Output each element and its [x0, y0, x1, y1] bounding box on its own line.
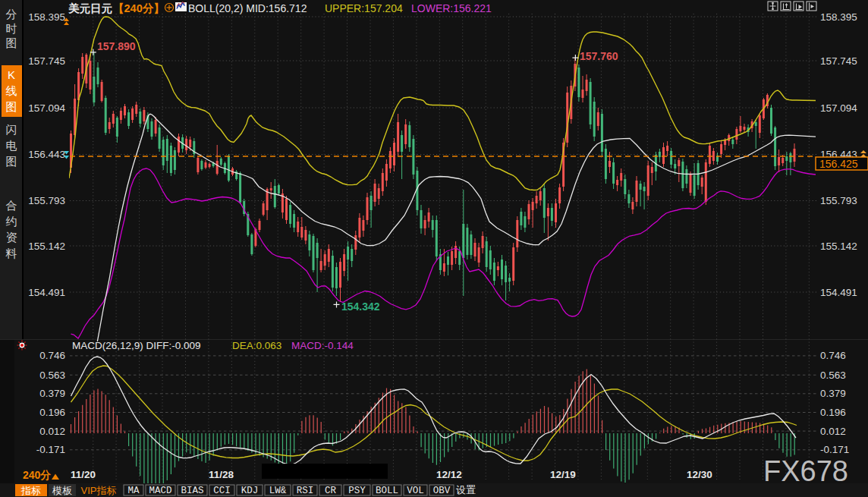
- svg-text:MA: MA: [127, 486, 140, 496]
- svg-text:MACD(26,12,9) DIFF:-0.009: MACD(26,12,9) DIFF:-0.009: [72, 340, 201, 351]
- svg-text:RSI: RSI: [297, 486, 314, 496]
- svg-text:电: 电: [6, 139, 17, 152]
- svg-text:158.395: 158.395: [28, 11, 65, 23]
- svg-text:约: 约: [6, 215, 17, 228]
- svg-text:155.793: 155.793: [820, 195, 857, 206]
- svg-text:155.142: 155.142: [28, 241, 65, 252]
- svg-text:LW&: LW&: [269, 486, 287, 496]
- svg-text:【240分】: 【240分】: [113, 2, 165, 14]
- svg-text:154.491: 154.491: [820, 287, 857, 298]
- svg-text:LOWER:156.221: LOWER:156.221: [411, 2, 492, 14]
- svg-text:155.142: 155.142: [820, 241, 857, 252]
- svg-text:线: 线: [6, 84, 17, 97]
- svg-text:154.342: 154.342: [341, 300, 380, 313]
- svg-text:0.012: 0.012: [39, 426, 65, 437]
- svg-text:MACD:-0.144: MACD:-0.144: [291, 340, 354, 351]
- svg-text:0.746: 0.746: [820, 350, 846, 361]
- svg-text:分: 分: [6, 8, 17, 20]
- svg-text:156.425: 156.425: [819, 158, 858, 170]
- svg-text:图: 图: [6, 155, 17, 168]
- svg-text:VOL: VOL: [407, 486, 424, 496]
- svg-text:157.094: 157.094: [820, 102, 857, 114]
- svg-text:157.745: 157.745: [820, 55, 857, 67]
- svg-text:157.760: 157.760: [580, 50, 618, 62]
- svg-text:11/20: 11/20: [71, 469, 96, 480]
- svg-text:KDJ: KDJ: [241, 486, 259, 496]
- svg-text:11/28: 11/28: [209, 469, 234, 480]
- svg-text:0.196: 0.196: [820, 407, 846, 418]
- svg-text:0.196: 0.196: [39, 407, 65, 418]
- svg-text:0.563: 0.563: [39, 370, 65, 381]
- svg-text:156.443: 156.443: [28, 149, 65, 160]
- svg-text:155.793: 155.793: [28, 195, 65, 206]
- svg-text:闪: 闪: [6, 123, 17, 136]
- svg-text:MACD: MACD: [149, 486, 171, 496]
- svg-text:CR: CR: [325, 486, 337, 496]
- svg-text:157.745: 157.745: [28, 55, 65, 67]
- svg-text:0.379: 0.379: [820, 388, 846, 399]
- svg-text:指标: 指标: [20, 485, 41, 496]
- svg-text:PSY: PSY: [348, 486, 366, 496]
- svg-text:240分: 240分: [23, 469, 51, 481]
- svg-text:图: 图: [6, 36, 17, 49]
- svg-text:VIP指标: VIP指标: [81, 485, 117, 496]
- svg-text:12/30: 12/30: [687, 469, 712, 480]
- svg-text:FX678: FX678: [763, 455, 848, 487]
- svg-text:157.890: 157.890: [97, 40, 136, 52]
- svg-text:CCI: CCI: [213, 486, 231, 496]
- svg-text:资: 资: [6, 231, 17, 244]
- svg-text:0.379: 0.379: [39, 388, 65, 399]
- svg-text:0.012: 0.012: [820, 426, 846, 437]
- svg-text:K: K: [8, 68, 15, 81]
- svg-text:料: 料: [5, 247, 17, 260]
- svg-text:12/12: 12/12: [436, 469, 462, 480]
- svg-text:-0.171: -0.171: [36, 444, 65, 455]
- svg-text:UPPER:157.204: UPPER:157.204: [325, 2, 403, 14]
- svg-text:图: 图: [6, 100, 17, 113]
- svg-text:158.395: 158.395: [820, 11, 857, 23]
- svg-text:12/19: 12/19: [550, 469, 576, 480]
- svg-text:BOLL(20,2) MID:156.712: BOLL(20,2) MID:156.712: [188, 2, 307, 14]
- svg-text:美元日元: 美元日元: [68, 2, 113, 14]
- svg-text:时: 时: [6, 22, 17, 35]
- svg-text:-0.171: -0.171: [820, 444, 849, 455]
- svg-text:157.094: 157.094: [28, 102, 65, 114]
- svg-text:BIAS: BIAS: [181, 486, 203, 496]
- svg-text:DEA:0.063: DEA:0.063: [232, 340, 281, 351]
- svg-text:BOLL: BOLL: [376, 486, 398, 496]
- svg-text:0.563: 0.563: [820, 370, 846, 381]
- svg-text:154.491: 154.491: [28, 287, 65, 298]
- svg-text:0.746: 0.746: [39, 350, 65, 361]
- svg-text:设置: 设置: [456, 484, 476, 495]
- svg-text:合: 合: [6, 199, 17, 212]
- svg-text:模板: 模板: [52, 485, 72, 496]
- svg-text:OBV: OBV: [433, 486, 451, 496]
